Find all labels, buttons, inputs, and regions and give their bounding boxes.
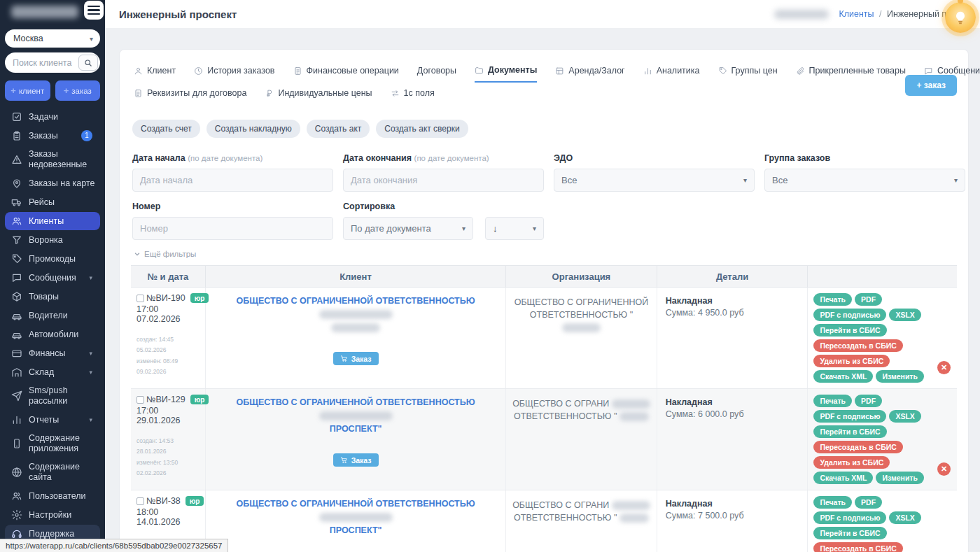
- add-order-button[interactable]: + заказ: [55, 80, 101, 101]
- date-end-input[interactable]: Дата окончания: [343, 169, 544, 192]
- row-checkbox[interactable]: [136, 497, 144, 505]
- action-button-удалить-из-сбис[interactable]: Удалить из СБИС: [813, 355, 890, 367]
- date-start-input[interactable]: Дата начала: [132, 169, 333, 192]
- action-button-pdf[interactable]: PDF: [855, 395, 882, 407]
- edo-select[interactable]: Все ▾: [554, 169, 755, 192]
- order-button[interactable]: Заказ: [333, 352, 379, 365]
- number-input[interactable]: Номер: [132, 217, 333, 240]
- more-filters-toggle[interactable]: Ещё фильтры: [134, 250, 957, 258]
- action-button-xslx[interactable]: XSLX: [889, 511, 920, 524]
- tab-документы[interactable]: Документы: [475, 65, 537, 83]
- action-button-pdf[interactable]: PDF: [855, 496, 882, 509]
- create-button-создать-счет[interactable]: Создать счет: [132, 120, 200, 138]
- warehouse-icon: [11, 367, 22, 378]
- action-button-pdf-с-подписью[interactable]: PDF с подписью: [813, 309, 886, 321]
- search-button[interactable]: [78, 55, 98, 71]
- sidebar-item-рейсы[interactable]: Рейсы: [5, 193, 100, 211]
- tab-реквизиты-для-договора[interactable]: Реквизиты для договора: [134, 88, 246, 104]
- tab-аналитика[interactable]: Аналитика: [643, 66, 700, 82]
- create-button-создать-накладную[interactable]: Создать накладную: [206, 120, 300, 138]
- action-button-перейти-в-сбис[interactable]: Перейти в СБИС: [813, 527, 886, 539]
- sidebar-item-заказы[interactable]: Заказы1: [5, 127, 100, 145]
- action-button-скачать-xml[interactable]: Скачать XML: [813, 370, 873, 383]
- order-button[interactable]: Заказ: [333, 453, 379, 467]
- action-button-перейти-в-сбис[interactable]: Перейти в СБИС: [813, 425, 886, 438]
- tab-финансовые-операции[interactable]: Финансовые операции: [293, 66, 399, 82]
- tab-индивидуальные-цены[interactable]: Индивидуальные цены: [265, 88, 372, 104]
- sidebar-item-клиенты[interactable]: Клиенты: [5, 212, 100, 230]
- new-order-button[interactable]: + заказ: [905, 75, 957, 96]
- tab-аренда-залог[interactable]: Аренда/Залог: [555, 66, 624, 82]
- sidebar-item-задачи[interactable]: Задачи: [5, 108, 100, 126]
- action-button-печать[interactable]: Печать: [813, 496, 852, 509]
- action-button-xslx[interactable]: XSLX: [889, 309, 920, 321]
- client-name-link[interactable]: ОБЩЕСТВО С ОГРАНИЧЕННОЙ ОТВЕТСТВЕННОСТЬЮ…: [211, 396, 500, 435]
- sidebar-item-отчеты[interactable]: Отчеты▾: [5, 411, 100, 429]
- create-button-создать-акт-сверки[interactable]: Создать акт сверки: [376, 120, 468, 138]
- action-button-pdf[interactable]: PDF: [855, 293, 882, 306]
- client-name-link[interactable]: ОБЩЕСТВО С ОГРАНИЧЕННОЙ ОТВЕТСТВЕННОСТЬЮ…: [211, 497, 500, 537]
- tab-договоры[interactable]: Договоры: [417, 66, 456, 82]
- action-button-удалить-из-сбис[interactable]: Удалить из СБИС: [813, 456, 890, 469]
- hamburger-menu-icon[interactable]: [84, 1, 104, 20]
- tab-прикрепленные-товары[interactable]: Прикрепленные товары: [796, 66, 906, 82]
- row-checkbox[interactable]: [136, 295, 144, 302]
- sidebar-item-сообщения[interactable]: Сообщения▾: [5, 269, 100, 287]
- delete-document-button[interactable]: ✕: [937, 361, 951, 374]
- client-name-link[interactable]: ОБЩЕСТВО С ОГРАНИЧЕННОЙ ОТВЕТСТВЕННОСТЬЮ: [211, 295, 500, 334]
- sidebar-item-заказы-на-карте[interactable]: Заказы на карте: [5, 174, 100, 192]
- city-select[interactable]: Москва ▾: [5, 29, 100, 48]
- action-button-изменить[interactable]: Изменить: [876, 370, 924, 383]
- action-button-xslx[interactable]: XSLX: [889, 410, 920, 423]
- action-button-изменить[interactable]: Изменить: [876, 472, 924, 484]
- sidebar-item-автомобили[interactable]: Автомобили: [5, 325, 100, 344]
- action-button-пересоздать-в-сбис[interactable]: Пересоздать в СБИС: [813, 542, 903, 552]
- users-icon: [11, 490, 22, 502]
- sidebar-item-промокоды[interactable]: Промокоды: [5, 250, 100, 268]
- action-button-печать[interactable]: Печать: [813, 395, 852, 407]
- tab-клиент[interactable]: Клиент: [134, 66, 176, 82]
- delete-document-button[interactable]: ✕: [937, 462, 951, 476]
- tab-группы-цен[interactable]: Группы цен: [718, 66, 778, 82]
- create-button-создать-акт[interactable]: Создать акт: [307, 120, 370, 138]
- blurred-text: [612, 501, 650, 510]
- document-sum: Сумма: 7 500.0 руб: [666, 511, 802, 521]
- help-lightbulb-button[interactable]: [945, 2, 976, 33]
- date-end-label: Дата окончания (по дате документа): [343, 153, 544, 163]
- tab-история-заказов[interactable]: История заказов: [194, 66, 274, 82]
- sidebar-item-содержание-сайта[interactable]: Содержание сайта: [5, 458, 100, 486]
- action-button-пересоздать-в-сбис[interactable]: Пересоздать в СБИС: [813, 441, 903, 453]
- sidebar-item-содержание-приложения[interactable]: Содержание приложения: [5, 430, 100, 458]
- sidebar-item-настройки[interactable]: Настройки: [5, 506, 100, 524]
- action-button-pdf-с-подписью[interactable]: PDF с подписью: [813, 410, 886, 423]
- action-button-скачать-xml[interactable]: Скачать XML: [813, 472, 873, 484]
- client-search-input[interactable]: Поиск клиента: [5, 52, 100, 73]
- document-datetime: 17:00 29.01.2026: [136, 406, 200, 425]
- action-button-печать[interactable]: Печать: [813, 293, 852, 306]
- sidebar-item-sms-push-рассылки[interactable]: Sms/push рассылки: [5, 382, 100, 410]
- action-button-перейти-в-сбис[interactable]: Перейти в СБИС: [813, 324, 886, 337]
- order-group-select[interactable]: Все ▾: [764, 169, 965, 192]
- sort-direction-select[interactable]: ↓ ▾: [485, 217, 544, 240]
- sidebar-item-товары[interactable]: Товары: [5, 288, 100, 306]
- sidebar-item-водители[interactable]: Водители: [5, 306, 100, 325]
- sidebar-item-склад[interactable]: Склад▾: [5, 363, 100, 381]
- breadcrumb-clients-link[interactable]: Клиенты: [839, 9, 874, 19]
- sidebar-item-воронка[interactable]: Воронка: [5, 231, 100, 249]
- column-header-Клиент: Клиент: [206, 266, 506, 287]
- sidebar-item-пользователи[interactable]: Пользователи: [5, 487, 100, 505]
- tab-1с-поля[interactable]: 1с поля: [391, 88, 435, 104]
- document-number: №ВИ-38: [146, 496, 181, 506]
- sidebar-item-финансы[interactable]: Финансы▾: [5, 344, 100, 362]
- action-button-pdf-с-подписью[interactable]: PDF с подписью: [813, 511, 886, 524]
- add-client-button[interactable]: + клиент: [5, 80, 50, 101]
- blurred-text: [331, 323, 380, 332]
- sort-direction-value: ↓: [493, 223, 498, 234]
- row-checkbox[interactable]: [136, 396, 144, 404]
- sidebar-item-заказы-недовезенные[interactable]: Заказы недовезенные: [5, 146, 100, 174]
- date-end-hint: (по дате документа): [414, 154, 489, 162]
- plus-icon: +: [64, 85, 69, 96]
- sort-select[interactable]: По дате документа ▾: [343, 217, 473, 240]
- action-button-пересоздать-в-сбис[interactable]: Пересоздать в СБИС: [813, 339, 903, 352]
- chevron-down-icon: ▾: [89, 350, 92, 358]
